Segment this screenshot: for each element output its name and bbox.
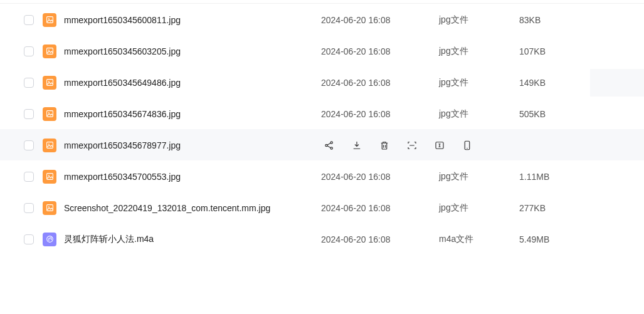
file-date: 2024-06-20 16:08 xyxy=(321,203,439,213)
svg-point-5 xyxy=(48,81,50,82)
file-type: m4a文件 xyxy=(439,234,519,245)
row-checkbox[interactable] xyxy=(24,46,34,56)
svg-rect-17 xyxy=(46,205,53,211)
svg-point-20 xyxy=(50,239,51,240)
file-name[interactable]: mmexport1650345603205.jpg xyxy=(64,46,181,56)
table-row[interactable]: mmexport1650345678977.jpg xyxy=(0,129,644,160)
row-checkbox[interactable] xyxy=(24,203,34,213)
svg-point-12 xyxy=(330,147,332,149)
table-row[interactable]: mmexport1650345674836.jpg2024-06-20 16:0… xyxy=(0,98,644,129)
row-checkbox[interactable] xyxy=(24,15,34,25)
svg-rect-6 xyxy=(46,111,53,117)
row-checkbox[interactable] xyxy=(24,172,34,182)
image-file-icon xyxy=(43,44,56,58)
audio-file-icon xyxy=(43,233,56,246)
svg-point-11 xyxy=(330,141,332,143)
side-highlight xyxy=(590,69,644,97)
file-date: 2024-06-20 16:08 xyxy=(321,78,439,88)
image-file-icon xyxy=(43,201,56,215)
file-date: 2024-06-20 16:08 xyxy=(321,234,439,244)
share-icon[interactable] xyxy=(324,140,335,151)
svg-rect-15 xyxy=(46,174,53,180)
file-name[interactable]: mmexport1650345649486.jpg xyxy=(64,78,181,88)
file-name[interactable]: mmexport1650345678977.jpg xyxy=(64,140,181,150)
file-size: 505KB xyxy=(519,109,644,119)
file-name[interactable]: Screenshot_20220419_132018_com.tencent.m… xyxy=(64,203,270,213)
row-checkbox[interactable] xyxy=(24,140,34,150)
svg-rect-4 xyxy=(46,80,53,86)
file-type: jpg文件 xyxy=(439,14,519,26)
file-date: 2024-06-20 16:08 xyxy=(321,109,439,119)
rename-icon[interactable] xyxy=(434,140,445,151)
file-size: 1.11MB xyxy=(519,172,644,182)
image-file-icon xyxy=(43,107,56,121)
mobile-icon[interactable] xyxy=(462,140,473,151)
svg-point-7 xyxy=(48,112,50,113)
svg-point-3 xyxy=(48,50,50,51)
file-type: jpg文件 xyxy=(439,46,519,57)
file-size: 277KB xyxy=(519,203,644,213)
svg-point-10 xyxy=(325,144,327,146)
file-size: 5.49MB xyxy=(519,234,644,244)
image-file-icon xyxy=(43,76,56,90)
svg-rect-2 xyxy=(46,48,53,55)
file-size: 83KB xyxy=(519,15,644,25)
image-file-icon xyxy=(43,170,56,184)
file-type: jpg文件 xyxy=(439,108,519,120)
file-name[interactable]: 灵狐灯阵斩小人法.m4a xyxy=(64,234,154,245)
scan-icon[interactable] xyxy=(406,140,418,151)
svg-rect-8 xyxy=(46,142,53,149)
row-checkbox[interactable] xyxy=(24,78,34,88)
table-row[interactable]: mmexport1650345603205.jpg2024-06-20 16:0… xyxy=(0,35,644,66)
svg-point-18 xyxy=(48,206,50,207)
file-name[interactable]: mmexport1650345700553.jpg xyxy=(64,172,181,182)
file-table: mmexport1650345600811.jpg2024-06-20 16:0… xyxy=(0,0,644,254)
file-date: 2024-06-20 16:08 xyxy=(321,172,439,182)
file-type: jpg文件 xyxy=(439,171,519,182)
file-type: jpg文件 xyxy=(439,77,519,88)
row-checkbox[interactable] xyxy=(24,234,34,244)
table-row[interactable]: mmexport1650345600811.jpg2024-06-20 16:0… xyxy=(0,4,644,35)
image-file-icon xyxy=(43,13,56,27)
file-size: 107KB xyxy=(519,46,644,56)
table-row[interactable]: mmexport1650345649486.jpg2024-06-20 16:0… xyxy=(0,66,644,98)
svg-point-9 xyxy=(48,144,50,145)
row-actions xyxy=(321,140,519,151)
file-name[interactable]: mmexport1650345600811.jpg xyxy=(64,15,181,25)
svg-point-1 xyxy=(48,18,50,19)
table-row[interactable]: mmexport1650345700553.jpg2024-06-20 16:0… xyxy=(0,160,644,192)
download-icon[interactable] xyxy=(351,140,362,151)
file-name[interactable]: mmexport1650345674836.jpg xyxy=(64,109,181,119)
delete-icon[interactable] xyxy=(379,140,390,151)
image-file-icon xyxy=(43,139,56,152)
file-date: 2024-06-20 16:08 xyxy=(321,15,439,25)
table-row[interactable]: Screenshot_20220419_132018_com.tencent.m… xyxy=(0,192,644,223)
table-row[interactable]: 灵狐灯阵斩小人法.m4a2024-06-20 16:08m4a文件5.49MB xyxy=(0,223,644,254)
svg-point-19 xyxy=(48,240,49,241)
svg-rect-0 xyxy=(46,17,53,23)
file-date: 2024-06-20 16:08 xyxy=(321,46,439,56)
file-type: jpg文件 xyxy=(439,202,519,214)
svg-point-16 xyxy=(48,175,50,176)
row-checkbox[interactable] xyxy=(24,109,34,119)
